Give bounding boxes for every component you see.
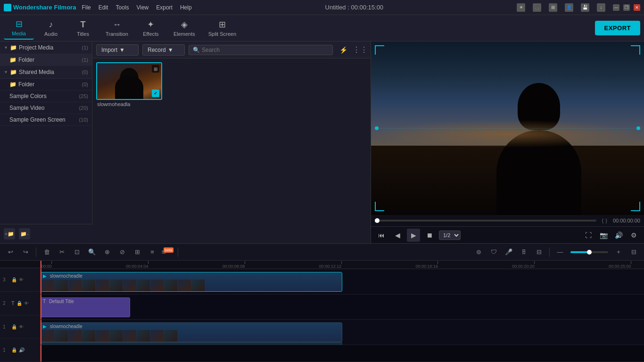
track-1-num: 1 [3, 324, 9, 329]
playhead-track1 [41, 320, 41, 345]
track-1-vis-icon[interactable]: 👁 [19, 324, 24, 329]
track-1-lock-icon[interactable]: 🔒 [11, 324, 17, 329]
shared-folder-item[interactable]: 📁 Folder (0) [0, 79, 92, 90]
undo-button[interactable]: ↩ [4, 246, 17, 259]
crop-button[interactable]: ⊡ [70, 246, 83, 259]
playhead[interactable] [41, 261, 41, 269]
left-panel: ▼ 📁 Project Media (1) 📁 Folder (1) ▼ 📁 S… [0, 41, 92, 243]
toolbar-media-label: Media [12, 31, 26, 36]
account-icon[interactable]: 👤 [565, 3, 573, 12]
redo-button[interactable]: ↪ [19, 246, 32, 259]
play-button[interactable]: ▶ [407, 229, 420, 242]
download-icon[interactable]: ↓ [597, 3, 605, 12]
toolbar-elements[interactable]: ◈ Elements [168, 17, 201, 40]
snap-button[interactable]: ⊚ [472, 246, 485, 259]
shield-button[interactable]: 🛡 [487, 246, 500, 259]
track-2-vis-icon[interactable]: 👁 [24, 301, 29, 306]
toolbar-media[interactable]: ⊟ Media [4, 17, 34, 40]
record-label: Record [148, 47, 166, 53]
maximize-button[interactable]: ❒ [623, 4, 630, 11]
timeline-settings-button[interactable]: ⊟ [627, 246, 640, 259]
scrubber-track[interactable] [375, 220, 596, 222]
scrubber-thumb[interactable] [375, 218, 380, 223]
menu-file[interactable]: File [82, 4, 91, 11]
add-folder-button[interactable]: +📁 [4, 228, 15, 239]
video-clip-track3[interactable]: ▶ slowmocheadle [41, 272, 342, 292]
search-input[interactable] [202, 47, 329, 53]
volume-icon[interactable]: 🔊 [612, 229, 625, 242]
media-thumb-0[interactable]: ⊞ ✓ slowmoheadla [96, 62, 162, 107]
toolbar-effects[interactable]: ✦ Effects [136, 17, 166, 40]
zoom-in-timeline-button[interactable]: + [612, 246, 625, 259]
settings-preview-icon[interactable]: ⚙ [627, 229, 640, 242]
menu-bar[interactable]: File Edit Tools View Export Help [82, 4, 191, 11]
settings-icon[interactable]: ☀ [517, 3, 525, 12]
save-icon[interactable]: 💾 [581, 3, 589, 12]
preview-scrubber: { } 00:00:00:00 [371, 215, 644, 226]
delete-button[interactable]: 🗑 [40, 246, 53, 259]
zoom-thumb[interactable] [587, 250, 592, 255]
preview-handle-right[interactable] [636, 126, 640, 130]
project-media-folder-item[interactable]: 📁 Folder (1) [0, 54, 92, 66]
menu-tools[interactable]: Tools [116, 4, 129, 11]
bracket-in-icon[interactable]: { [602, 218, 604, 223]
zoom-fit-button[interactable]: ⊞ [131, 246, 144, 259]
track-audio-lock-icon[interactable]: 🔒 [11, 347, 17, 353]
preview-video [371, 41, 644, 215]
menu-edit[interactable]: Edit [99, 4, 108, 11]
cut-button[interactable]: ✂ [55, 246, 68, 259]
project-media-header[interactable]: ▼ 📁 Project Media (1) [0, 41, 92, 54]
remove-button[interactable]: 📁- [19, 228, 30, 239]
playback-quality-select[interactable]: 1/2 [439, 230, 461, 240]
audio-adjust-button[interactable]: ≡ [146, 246, 159, 259]
puzzle-icon[interactable]: ⊞ [549, 3, 557, 12]
menu-export[interactable]: Export [156, 4, 173, 11]
video-clip-track1[interactable]: ▶ slowmocheadle [41, 322, 342, 342]
menu-help[interactable]: Help [180, 4, 192, 11]
headphones-icon[interactable]: 🎧 [533, 3, 541, 12]
sample-video-item[interactable]: Sample Video (20) [0, 102, 92, 114]
filter-button[interactable]: ⚡ [337, 43, 350, 57]
subtitle-button[interactable]: ⊟ [532, 246, 545, 259]
zoom-slider[interactable] [570, 251, 608, 253]
mic-button[interactable]: 🎤 [502, 246, 515, 259]
snapshot-icon[interactable]: 📷 [597, 229, 610, 242]
sample-colors-item[interactable]: Sample Colors (25) [0, 90, 92, 102]
toolbar-splitscreen[interactable]: ⊞ Split Screen [203, 17, 242, 40]
import-dropdown[interactable]: Import ▼ [96, 44, 139, 56]
menu-view[interactable]: View [136, 4, 149, 11]
track-3-vis-icon[interactable]: 👁 [19, 277, 24, 282]
ruler-header-spacer [0, 261, 40, 268]
bracket-out-icon[interactable]: } [605, 218, 607, 223]
skip-back-button[interactable]: ⏮ [375, 229, 388, 242]
toolbar-audio[interactable]: ♪ Audio [36, 17, 66, 40]
ai-audio-button[interactable]: ≋beta [161, 246, 174, 259]
sample-green-screen-item[interactable]: Sample Green Screen (10) [0, 114, 92, 126]
toolbar-transition[interactable]: ↔ Transition [100, 17, 134, 40]
split-button[interactable]: ⊘ [116, 246, 129, 259]
fullscreen-icon[interactable]: ⛶ [582, 229, 595, 242]
close-button[interactable]: ✕ [634, 4, 640, 11]
track-audio-vis-icon[interactable]: 🔊 [19, 347, 25, 353]
mixer-button[interactable]: 🎚 [517, 246, 530, 259]
track-3-lock-icon[interactable]: 🔒 [11, 277, 17, 282]
stop-button[interactable]: ⏹ [423, 229, 436, 242]
zoom-in-button[interactable]: 🔍 [85, 246, 99, 259]
ripple-button[interactable]: ⊕ [100, 246, 114, 259]
export-button[interactable]: EXPORT [595, 21, 640, 35]
toolbar-titles[interactable]: T Titles [68, 17, 98, 40]
shared-media-header[interactable]: ▼ 📁 Shared Media (0) [0, 66, 92, 79]
frame-back-button[interactable]: ◀ [391, 229, 404, 242]
more-options-button[interactable]: ⋮⋮ [354, 43, 367, 57]
zoom-out-timeline-button[interactable]: — [553, 246, 567, 259]
record-dropdown[interactable]: Record ▼ [142, 44, 185, 56]
track-2-num: 2 [3, 301, 9, 306]
search-bar[interactable]: 🔍 [189, 45, 333, 55]
shared-media-folder-icon: 📁 [10, 69, 17, 75]
track-2-lock-icon[interactable]: 🔒 [17, 301, 22, 306]
window-controls[interactable]: — ❒ ✕ [613, 4, 640, 11]
title-clip-track2[interactable]: T Default Title [41, 297, 130, 317]
minimize-button[interactable]: — [613, 4, 619, 11]
preview-handle-left[interactable] [375, 126, 379, 130]
preview-panel: { } 00:00:00:00 ⏮ ◀ ▶ ⏹ 1/2 ⛶ 📷 🔊 ⚙ [371, 41, 644, 243]
